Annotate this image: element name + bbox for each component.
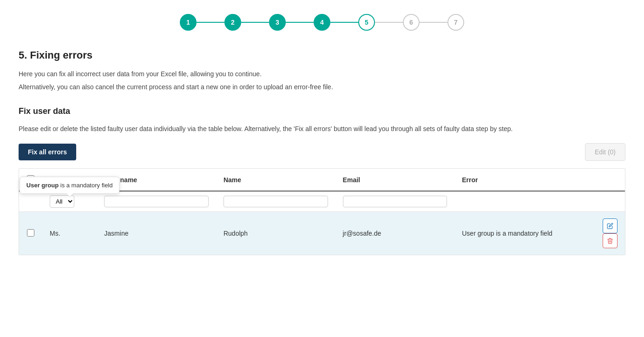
edit-button: Edit (0) (585, 143, 625, 161)
section-desc-2: Alternatively, you can also cancel the c… (19, 82, 625, 92)
row-salutation: Ms. (42, 212, 97, 255)
fix-all-errors-button[interactable]: Fix all errors (19, 144, 76, 160)
step-2[interactable]: 2 (224, 14, 241, 31)
section-title: 5. Fixing errors (19, 49, 625, 61)
subsection-desc: Please edit or delete the listed faulty … (19, 124, 625, 134)
row-checkbox[interactable] (27, 229, 34, 237)
step-1[interactable]: 1 (180, 14, 197, 31)
table-row: Ms. Jasmine Rudolph jr@sosafe.de User gr… (19, 212, 625, 255)
filter-action-cell (578, 191, 625, 212)
error-tooltip: User group is a mandatory field (20, 177, 120, 194)
edit-row-button[interactable] (603, 218, 618, 233)
name-filter-input[interactable] (223, 196, 328, 207)
connector-4-5 (330, 22, 358, 23)
tooltip-bold-text: User group (26, 182, 59, 189)
filter-salutation-cell[interactable]: All User group is a mandatory field (42, 191, 97, 212)
email-filter-input[interactable] (343, 196, 447, 207)
connector-1-2 (197, 22, 224, 23)
salutation-filter-wrapper: All User group is a mandatory field (50, 195, 89, 208)
section-desc-1: Here you can fix all incorrect user data… (19, 69, 625, 79)
connector-6-7 (420, 22, 447, 23)
row-checkbox-cell[interactable] (19, 212, 42, 255)
row-actions (578, 212, 625, 255)
user-data-table: Salutation First name Name Email Error A… (19, 168, 625, 255)
step-6[interactable]: 6 (403, 14, 420, 31)
connector-2-3 (241, 22, 269, 23)
step-4[interactable]: 4 (314, 14, 330, 31)
filter-email-cell[interactable] (335, 191, 455, 212)
subsection-title: Fix user data (19, 106, 625, 116)
stepper: 1 2 3 4 5 6 7 (19, 9, 625, 31)
toolbar: Fix all errors Edit (0) (19, 143, 625, 161)
edit-icon (607, 223, 613, 229)
step-3[interactable]: 3 (269, 14, 286, 31)
tooltip-rest-text: is a mandatory field (59, 182, 112, 189)
connector-5-6 (375, 22, 403, 23)
header-actions (578, 169, 625, 191)
header-name: Name (216, 169, 335, 191)
step-7[interactable]: 7 (447, 14, 464, 31)
row-first-name: Jasmine (97, 212, 216, 255)
step-5[interactable]: 5 (358, 14, 375, 31)
filter-name-cell[interactable] (216, 191, 335, 212)
filter-row: All User group is a mandatory field (19, 191, 625, 212)
first-name-filter-input[interactable] (104, 196, 209, 207)
row-name: Rudolph (216, 212, 335, 255)
delete-icon (607, 238, 613, 244)
filter-error-cell (454, 191, 578, 212)
connector-3-4 (286, 22, 314, 23)
header-email: Email (335, 169, 455, 191)
header-error: Error (454, 169, 578, 191)
row-email: jr@sosafe.de (335, 212, 455, 255)
filter-checkbox-cell (19, 191, 42, 212)
row-error: User group is a mandatory field (454, 212, 578, 255)
filter-first-name-cell[interactable] (97, 191, 216, 212)
delete-row-button[interactable] (603, 233, 618, 248)
